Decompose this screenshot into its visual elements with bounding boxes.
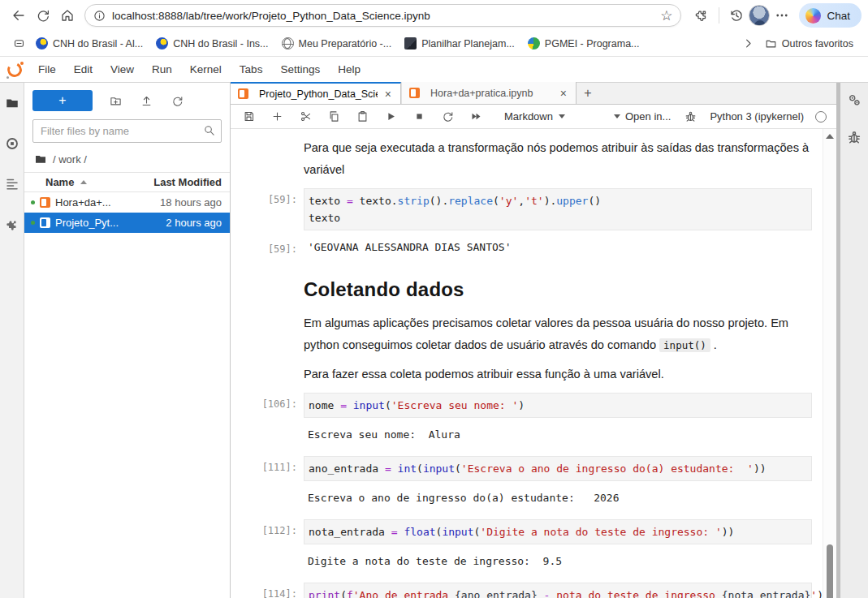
cell-markdown[interactable]: Em algumas aplicações precisamos coletar… (231, 312, 823, 356)
code-input-area[interactable]: ano_entrada = int(input('Escreva o ano d… (304, 456, 812, 481)
menu-view[interactable]: View (101, 58, 143, 80)
code-input-area[interactable]: nome = input('Escreva seu nome: ') (304, 393, 812, 418)
cell-result[interactable]: [59]:'GEOVANA ALESSANDRA DIAS SANTOS' (231, 238, 823, 256)
file-modified: 2 hours ago (166, 217, 222, 229)
notebook-scrollbar[interactable] (823, 129, 836, 598)
kernel-idle-circle[interactable] (815, 111, 827, 123)
file-row-projeto-python[interactable]: Projeto_Pyt... 2 hours ago (24, 213, 230, 233)
collections-button[interactable] (8, 33, 29, 54)
new-tab-button[interactable]: + (577, 83, 599, 104)
run-cell-button[interactable] (382, 109, 399, 125)
profile-avatar[interactable] (749, 5, 770, 26)
cell-markdown[interactable]: Para que seja executada a transformação … (231, 137, 823, 181)
menu-run[interactable]: Run (143, 58, 181, 80)
paste-cells-button[interactable] (354, 109, 370, 125)
restart-kernel-button[interactable] (439, 109, 456, 125)
bookmark-pgmei[interactable]: PGMEI - Programa... (521, 35, 646, 52)
filter-files-box[interactable] (32, 119, 222, 143)
running-kernels-tab[interactable] (2, 133, 23, 154)
section-heading: Coletando dados (304, 278, 823, 301)
url-text[interactable]: localhost:8888/lab/tree/work/Projeto_Pyt… (112, 10, 660, 22)
kernel-name[interactable]: Python 3 (ipykernel) (710, 110, 804, 123)
cut-cells-button[interactable] (297, 109, 313, 125)
add-cell-button[interactable] (269, 109, 285, 125)
menu-tabs[interactable]: Tabs (231, 58, 272, 80)
scroll-up-arrow[interactable] (826, 134, 834, 139)
cell-prompt: [111]: (231, 456, 304, 481)
column-name[interactable]: Name (45, 176, 87, 188)
history-button[interactable] (724, 3, 749, 28)
debugger-sidebar-tab[interactable] (847, 130, 862, 144)
file-row-hora-da-pratica[interactable]: Hora+da+... 18 hours ago (24, 192, 230, 213)
cell-prompt: [59]: (231, 238, 304, 256)
back-button[interactable] (6, 3, 31, 28)
bookmark-cnh-2[interactable]: CNH do Brasil - Ins... (149, 35, 274, 52)
table-of-contents-tab[interactable] (2, 174, 23, 195)
menu-kernel[interactable]: Kernel (181, 58, 231, 80)
bookmarks-overflow-button[interactable] (739, 34, 758, 54)
extensions-button[interactable] (689, 3, 714, 28)
menu-help[interactable]: Help (329, 58, 369, 80)
cell-output-text: Escreva seu nome: Alura (304, 425, 823, 443)
interrupt-kernel-button[interactable] (411, 109, 427, 125)
notebook-tab-icon (238, 88, 248, 99)
open-in-label: Open in... (625, 110, 671, 123)
column-last-modified[interactable]: Last Modified (153, 176, 222, 188)
menu-file[interactable]: File (29, 58, 65, 80)
cell-stream[interactable]: Digite a nota do teste de ingresso: 9.5 (231, 552, 823, 570)
cell-code[interactable]: [114]:print(f'Ano de entrada {ano_entrad… (231, 583, 823, 598)
copilot-chat-button[interactable]: Chat (799, 3, 862, 28)
filter-files-input[interactable] (32, 119, 222, 143)
favorite-star-icon[interactable]: ☆ (660, 9, 672, 23)
chat-label: Chat (827, 10, 850, 22)
tab-hora-da-pratica[interactable]: Hora+da+pratica.ipynb × (401, 82, 577, 104)
copy-cells-button[interactable] (326, 109, 342, 125)
open-in-button[interactable]: Open in... (614, 110, 671, 123)
cell-stream[interactable]: Escreva o ano de ingresso do(a) estudant… (231, 488, 823, 506)
property-inspector-tab[interactable] (847, 92, 862, 107)
refresh-button[interactable] (31, 3, 55, 28)
close-tab-icon[interactable]: × (559, 87, 568, 100)
code-input-area[interactable]: texto = texto.strip().replace('y','t').u… (304, 188, 812, 230)
folder-icon (5, 96, 19, 110)
save-button[interactable] (240, 109, 257, 125)
cell-stream[interactable]: Escreva seu nome: Alura (231, 425, 823, 443)
bookmark-meu-preparatorio[interactable]: Meu Preparatório -... (275, 35, 399, 52)
cell-markdown[interactable]: Para fazer essa coleta podemos atribuir … (231, 364, 823, 385)
bookmark-label: Planilhar Planejam... (421, 38, 515, 49)
debugger-button[interactable] (682, 109, 698, 125)
upload-icon (140, 95, 153, 107)
tab-projeto-python-data-science[interactable]: Projeto_Python_Data_Science × (231, 82, 401, 104)
cell-code[interactable]: [112]:nota_entrada = float(input('Digite… (231, 519, 823, 544)
code-input-area[interactable]: nota_entrada = float(input('Digite a not… (304, 519, 812, 544)
cell-code[interactable]: [111]:ano_entrada = int(input('Escreva o… (231, 456, 823, 481)
cell-heading[interactable]: Coletando dados (231, 278, 823, 301)
cell-prompt: [106]: (231, 393, 304, 418)
file-name: Hora+da+... (55, 196, 111, 209)
cell-output-text: 'GEOVANA ALESSANDRA DIAS SANTOS' (304, 238, 823, 256)
more-menu-button[interactable] (770, 3, 794, 28)
refresh-file-list-button[interactable] (169, 92, 185, 109)
home-button[interactable] (55, 3, 80, 28)
bookmark-planilhar[interactable]: Planilhar Planejam... (398, 35, 521, 52)
cell-code[interactable]: [106]:nome = input('Escreva seu nome: ') (231, 393, 823, 418)
breadcrumb-path[interactable]: / work / (53, 153, 87, 166)
cell-code[interactable]: [59]:texto = texto.strip().replace('y','… (231, 188, 823, 230)
restart-run-all-button[interactable] (468, 109, 484, 125)
menu-edit[interactable]: Edit (65, 58, 101, 80)
new-launcher-button[interactable]: + (32, 90, 93, 111)
code-input-area[interactable]: print(f'Ano de entrada {ano_entrada} - n… (304, 583, 812, 598)
other-favorites-button[interactable]: Outros favoritos (758, 35, 860, 52)
extension-manager-tab[interactable] (2, 214, 23, 235)
scrollbar-thumb[interactable] (827, 544, 833, 598)
upload-button[interactable] (138, 92, 154, 109)
cell-type-dropdown[interactable]: Markdown (499, 109, 570, 124)
close-tab-icon[interactable]: × (383, 88, 393, 101)
jupyterlab-app: File Edit View Run Kernel Tabs Settings … (0, 57, 868, 598)
file-browser-tab[interactable] (2, 92, 23, 114)
new-folder-button[interactable] (107, 92, 123, 109)
menu-settings[interactable]: Settings (271, 58, 329, 80)
address-bar[interactable]: localhost:8888/lab/tree/work/Projeto_Pyt… (84, 4, 681, 27)
bookmark-cnh-1[interactable]: CNH do Brasil - Al... (29, 35, 149, 52)
breadcrumb[interactable]: / work / (24, 149, 230, 172)
